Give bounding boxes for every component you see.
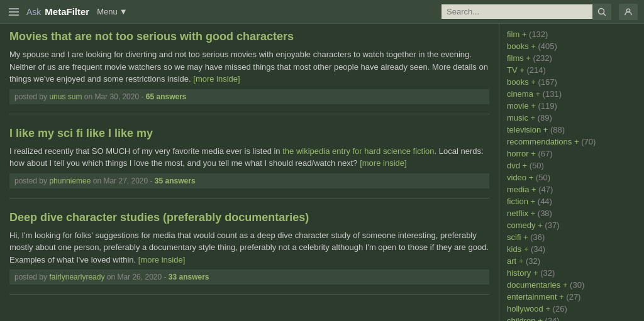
tag-count: (214) xyxy=(526,65,545,75)
tag-name: films + xyxy=(507,53,531,63)
tag-item[interactable]: video + (50) xyxy=(507,172,636,183)
main-layout: Movies that are not too serious with goo… xyxy=(0,24,644,321)
tag-name: children + xyxy=(507,316,543,321)
tag-count: (26) xyxy=(553,304,567,313)
tag-item[interactable]: entertainment + (27) xyxy=(507,291,636,302)
post-answers[interactable]: 65 answers xyxy=(146,92,187,101)
post-date: Mar 27, 2020 xyxy=(103,177,148,185)
tag-count: (47) xyxy=(538,185,553,194)
user-icon xyxy=(624,7,633,17)
tag-name: fiction + xyxy=(507,197,535,206)
tag-name: horror + xyxy=(507,149,536,158)
wiki-link[interactable]: the wikipedia entry for hard science fic… xyxy=(282,146,434,156)
tag-count: (30) xyxy=(570,280,584,290)
tag-item[interactable]: fiction + (44) xyxy=(507,196,636,207)
tag-name: books + xyxy=(507,41,536,51)
tag-count: (89) xyxy=(538,113,552,122)
logo-area: Ask MetaFilter xyxy=(26,6,89,17)
tag-count: (44) xyxy=(538,197,552,206)
post-meta: posted by unus sum on Mar 30, 2020 - 65 … xyxy=(9,89,489,104)
tag-item[interactable]: cinema + (131) xyxy=(507,89,636,99)
tag-count: (119) xyxy=(538,101,557,111)
tag-item[interactable]: children + (24) xyxy=(507,315,636,321)
tag-item[interactable]: music + (89) xyxy=(507,112,636,123)
tag-item[interactable]: film + (132) xyxy=(507,29,636,40)
search-button[interactable] xyxy=(592,4,611,20)
tag-name: film + xyxy=(507,30,526,39)
tag-item[interactable]: hollywood + (26) xyxy=(507,303,636,314)
tag-name: hollywood + xyxy=(507,304,550,313)
post-item: I like my sci fi like I like my I realiz… xyxy=(9,127,489,199)
post-meta: posted by fairlynearlyready on Mar 26, 2… xyxy=(9,269,489,285)
post-item: Deep dive character studies (preferably … xyxy=(9,211,489,295)
tag-count: (167) xyxy=(538,77,557,87)
content-area: Movies that are not too serious with goo… xyxy=(0,24,499,321)
tag-count: (36) xyxy=(530,232,545,242)
tag-count: (50) xyxy=(530,161,544,170)
tag-name: entertainment + xyxy=(507,292,564,302)
post-body: Hi, I'm looking for folks' suggestions f… xyxy=(9,229,489,266)
tag-item[interactable]: books + (405) xyxy=(507,41,636,52)
tag-name: dvd + xyxy=(507,161,527,170)
tag-count: (405) xyxy=(538,41,557,51)
tag-item[interactable]: books + (167) xyxy=(507,77,636,87)
tag-name: kids + xyxy=(507,244,528,254)
more-inside-link[interactable]: [more inside] xyxy=(193,74,240,84)
post-answers[interactable]: 33 answers xyxy=(169,273,209,281)
tag-name: comedy + xyxy=(507,220,543,230)
post-author[interactable]: unus sum xyxy=(49,92,82,101)
tag-count: (32) xyxy=(540,268,555,278)
tag-name: history + xyxy=(507,268,538,278)
post-body: I realized recently that SO MUCH of my v… xyxy=(9,145,489,170)
tag-item[interactable]: history + (32) xyxy=(507,268,636,278)
tag-count: (232) xyxy=(533,53,552,63)
post-meta: posted by phunniemee on Mar 27, 2020 - 3… xyxy=(9,173,489,188)
menu-button[interactable]: Menu ▼ xyxy=(97,7,127,16)
tag-name: scifi + xyxy=(507,232,528,242)
tag-count: (67) xyxy=(538,149,553,158)
post-author[interactable]: fairlynearlyready xyxy=(49,273,104,281)
post-author[interactable]: phunniemee xyxy=(49,177,91,185)
tag-name: books + xyxy=(507,77,536,87)
post-date: Mar 26, 2020 xyxy=(117,273,162,281)
tag-name: TV + xyxy=(507,65,525,75)
tag-name: documentaries + xyxy=(507,280,567,290)
post-title[interactable]: Movies that are not too serious with goo… xyxy=(9,30,489,43)
more-inside-link[interactable]: [more inside] xyxy=(138,255,185,264)
tag-item[interactable]: TV + (214) xyxy=(507,65,636,75)
tag-item[interactable]: television + (88) xyxy=(507,124,636,135)
tag-count: (131) xyxy=(543,89,562,99)
post-date: Mar 30, 2020 xyxy=(94,92,139,101)
tag-item[interactable]: netflix + (38) xyxy=(507,208,636,219)
tag-name: recommendations + xyxy=(507,137,579,146)
tag-count: (27) xyxy=(566,292,580,302)
tag-item[interactable]: movie + (119) xyxy=(507,101,636,111)
post-answers[interactable]: 35 answers xyxy=(155,177,196,185)
tag-count: (32) xyxy=(526,256,540,266)
more-inside-link[interactable]: [more inside] xyxy=(360,158,406,168)
tag-item[interactable]: media + (47) xyxy=(507,184,636,195)
post-item: Movies that are not too serious with goo… xyxy=(9,30,489,114)
search-input[interactable] xyxy=(441,4,592,19)
tag-name: music + xyxy=(507,113,535,122)
tag-item[interactable]: kids + (34) xyxy=(507,244,636,254)
post-title[interactable]: Deep dive character studies (preferably … xyxy=(9,211,489,224)
tag-item[interactable]: scifi + (36) xyxy=(507,232,636,242)
user-button[interactable] xyxy=(619,4,638,20)
tag-item[interactable]: comedy + (37) xyxy=(507,220,636,231)
ask-text: Ask xyxy=(26,7,41,17)
tag-count: (70) xyxy=(581,137,596,146)
tag-item[interactable]: art + (32) xyxy=(507,256,636,266)
hamburger-menu[interactable] xyxy=(6,6,21,18)
tag-item[interactable]: films + (232) xyxy=(507,53,636,63)
tag-item[interactable]: horror + (67) xyxy=(507,148,636,159)
tag-count: (24) xyxy=(545,316,559,321)
tag-item[interactable]: dvd + (50) xyxy=(507,160,636,171)
tag-list: film + (132)books + (405)films + (232)TV… xyxy=(507,29,636,321)
tag-count: (34) xyxy=(531,244,545,254)
tag-name: netflix + xyxy=(507,209,535,218)
tag-item[interactable]: recommendations + (70) xyxy=(507,136,636,147)
post-title[interactable]: I like my sci fi like I like my xyxy=(9,127,489,140)
tag-item[interactable]: documentaries + (30) xyxy=(507,280,636,290)
tag-name: video + xyxy=(507,173,533,182)
